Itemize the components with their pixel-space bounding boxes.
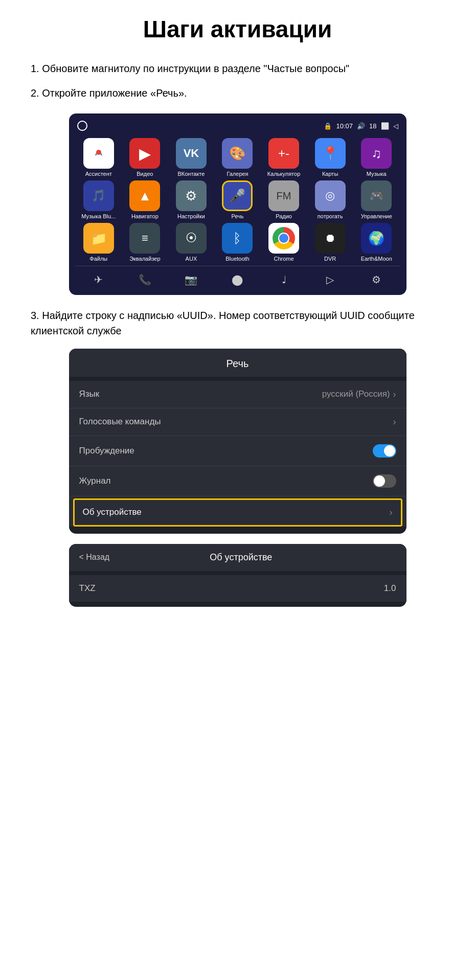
app-icon-earth&moon: 🌍 xyxy=(361,223,392,254)
back-button[interactable]: < Назад xyxy=(79,553,110,562)
app-item-радио[interactable]: FMРадио xyxy=(262,180,306,220)
app-label-вконтакте: ВКонтакте xyxy=(177,171,205,177)
status-volume-icon: 🔊 xyxy=(357,122,365,130)
app-item-музыкаblu...[interactable]: 🎵Музыка Blu... xyxy=(77,180,121,220)
app-icon-потрогать: ◎ xyxy=(315,180,346,211)
app-label-ассистент: Ассистент xyxy=(85,171,112,177)
app-item-файлы[interactable]: 📁Файлы xyxy=(77,223,121,262)
app-item-речь[interactable]: 🎤Речь xyxy=(216,180,259,220)
status-time: 10:07 xyxy=(336,122,353,130)
status-circle xyxy=(77,121,87,131)
app-icon-речь: 🎤 xyxy=(222,180,253,211)
toggle-off-3[interactable] xyxy=(373,474,396,488)
nav-phone[interactable]: 📞 xyxy=(123,270,167,289)
screen1-container: 🔒 10:07 🔊 18 ⬜ ◁ Ассистент▶ВидеоVKВКонта… xyxy=(69,113,406,295)
app-item-chrome[interactable]: Chrome xyxy=(262,223,306,262)
speech-row-0[interactable]: Языкрусский (Россия)› xyxy=(69,381,406,408)
app-item-эквалайзер[interactable]: ≡Эквалайзер xyxy=(123,223,167,262)
nav-home[interactable]: ⬤ xyxy=(216,270,259,289)
app-label-earth&moon: Earth&Moon xyxy=(361,256,392,262)
app-icon-галерея: 🎨 xyxy=(222,138,253,169)
app-item-aux[interactable]: ⦿AUX xyxy=(170,223,213,262)
app-item-видео[interactable]: ▶Видео xyxy=(123,138,167,177)
app-label-музыкаblu...: Музыка Blu... xyxy=(81,213,116,220)
speech-row-right-4: › xyxy=(390,507,393,518)
status-icon-lock: 🔒 xyxy=(324,122,332,130)
speech-row-label-0: Язык xyxy=(79,389,100,399)
app-item-калькулятор[interactable]: +-Калькулятор xyxy=(262,138,306,177)
speech-row-label-3: Журнал xyxy=(79,476,111,486)
app-label-bluetooth: Bluetooth xyxy=(225,256,249,262)
app-icon-ассистент xyxy=(83,138,114,169)
app-icon-chrome xyxy=(268,223,299,254)
device-row-value: 1.0 xyxy=(384,583,396,594)
app-icon-настройки: ⚙ xyxy=(176,180,207,211)
app-label-эквалайзер: Эквалайзер xyxy=(129,256,160,262)
nav-telegram[interactable]: ✈ xyxy=(77,270,121,289)
app-item-настройки[interactable]: ⚙Настройки xyxy=(170,180,213,220)
nav-music[interactable]: ♩ xyxy=(262,270,306,289)
nav-settings[interactable]: ⚙ xyxy=(355,270,398,289)
speech-row-1[interactable]: Голосовые команды› xyxy=(69,408,406,436)
speech-screen: Речь Языкрусский (Россия)›Голосовые кома… xyxy=(69,349,406,534)
app-icon-dvr: ⏺ xyxy=(315,223,346,254)
app-label-chrome: Chrome xyxy=(274,256,294,262)
step1-text: 1. Обновите магнитолу по инструкции в ра… xyxy=(26,61,449,76)
app-item-dvr[interactable]: ⏺DVR xyxy=(308,223,352,262)
status-right: 🔒 10:07 🔊 18 ⬜ ◁ xyxy=(324,122,398,130)
device-row-txz: TXZ 1.0 xyxy=(69,575,406,602)
nav-play[interactable]: ▷ xyxy=(308,270,352,289)
step3-text: 3. Найдите строку с надписью «UUID». Ном… xyxy=(26,308,449,338)
app-icon-aux: ⦿ xyxy=(176,223,207,254)
app-label-aux: AUX xyxy=(186,256,197,262)
status-back-icon: ◁ xyxy=(393,122,398,130)
speech-row-right-3 xyxy=(373,474,396,488)
app-label-управление: Управление xyxy=(361,213,392,220)
app-label-видео: Видео xyxy=(137,171,153,177)
app-item-ассистент[interactable]: Ассистент xyxy=(77,138,121,177)
speech-row-right-0: русский (Россия)› xyxy=(322,389,396,400)
app-label-dvr: DVR xyxy=(324,256,336,262)
speech-row-3: Журнал xyxy=(69,466,406,496)
chevron-icon-0: › xyxy=(393,389,396,400)
speech-section1: Языкрусский (Россия)›Голосовые команды›П… xyxy=(69,381,406,527)
status-square-icon: ⬜ xyxy=(381,122,389,130)
app-label-радио: Радио xyxy=(276,213,292,220)
app-item-навигатор[interactable]: ▲Навигатор xyxy=(123,180,167,220)
app-label-карты: Карты xyxy=(322,171,338,177)
speech-row-2: Пробуждение xyxy=(69,436,406,466)
app-item-управление[interactable]: 🎮Управление xyxy=(355,180,398,220)
chevron-icon-4: › xyxy=(390,507,393,518)
toggle-on-2[interactable] xyxy=(373,444,396,458)
app-item-галерея[interactable]: 🎨Галерея xyxy=(216,138,259,177)
app-label-галерея: Галерея xyxy=(227,171,248,177)
app-item-потрогать[interactable]: ◎потрогать xyxy=(308,180,352,220)
device-screen: < Назад Об устройстве TXZ 1.0 xyxy=(69,544,406,607)
page-title: Шаги активации xyxy=(26,15,449,43)
speech-row-right-1: › xyxy=(393,417,396,427)
app-icon-навигатор: ▲ xyxy=(129,180,160,211)
device-header: < Назад Об устройстве xyxy=(69,544,406,571)
app-icon-видео: ▶ xyxy=(129,138,160,169)
app-icon-bluetooth: ᛒ xyxy=(222,223,253,254)
speech-row-4[interactable]: Об устройстве› xyxy=(73,498,402,527)
speech-row-label-4: Об устройстве xyxy=(83,507,142,517)
chevron-icon-1: › xyxy=(393,417,396,427)
status-volume: 18 xyxy=(369,122,376,130)
app-label-речь: Речь xyxy=(231,213,243,220)
nav-camera[interactable]: 📷 xyxy=(170,270,213,289)
app-item-earth&moon[interactable]: 🌍Earth&Moon xyxy=(355,223,398,262)
app-icon-эквалайзер: ≡ xyxy=(129,223,160,254)
speech-row-value-0: русский (Россия) xyxy=(322,389,390,399)
speech-row-label-2: Пробуждение xyxy=(79,446,134,456)
app-icon-музыка: ♫ xyxy=(361,138,392,169)
app-item-карты[interactable]: 📍Карты xyxy=(308,138,352,177)
app-icon-калькулятор: +- xyxy=(268,138,299,169)
app-icon-вконтакте: VK xyxy=(176,138,207,169)
app-item-bluetooth[interactable]: ᛒBluetooth xyxy=(216,223,259,262)
app-label-настройки: Настройки xyxy=(177,213,205,220)
app-item-музыка[interactable]: ♫Музыка xyxy=(355,138,398,177)
app-item-вконтакте[interactable]: VKВКонтакте xyxy=(170,138,213,177)
svg-point-1 xyxy=(96,150,101,155)
app-icon-карты: 📍 xyxy=(315,138,346,169)
